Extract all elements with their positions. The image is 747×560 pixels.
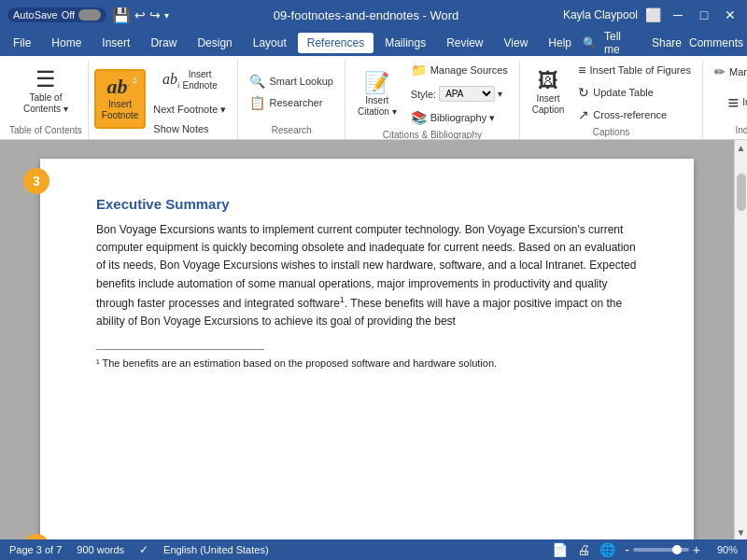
redo-icon[interactable]: ↪ [149,7,161,22]
insert-endnote-label: InsertEndnote [183,69,218,91]
maximize-button[interactable]: □ [695,6,713,24]
table-of-contents-group-label: Table of Contents [9,125,82,135]
menu-review[interactable]: Review [437,33,492,53]
insert-caption-icon: 🖼 [538,69,558,93]
table-of-contents-button[interactable]: ☰ Table ofContents ▾ [17,62,75,121]
paragraph-1: Bon Voyage Excursions wants to implement… [96,221,638,330]
cross-reference-label: Cross-reference [593,109,667,120]
view-read-icon[interactable]: 📄 [552,542,568,557]
close-button[interactable]: ✕ [721,6,740,24]
smart-lookup-icon: 🔍 [249,74,265,89]
document-title: 09-footnotes-and-endnotes - Word [274,8,459,22]
autosave-toggle-switch[interactable] [78,9,101,21]
menu-mailings[interactable]: Mailings [375,33,435,53]
menu-home[interactable]: Home [42,33,91,53]
view-web-icon[interactable]: 🌐 [599,542,615,557]
insert-footnote-button[interactable]: 3 ab1 InsertFootnote [94,69,146,129]
style-dropdown-icon[interactable]: ▾ [498,89,502,99]
table-of-contents-buttons: ☰ Table ofContents ▾ [17,60,75,123]
comments-button[interactable]: Comments [689,36,743,49]
search-icon: 🔍 [583,36,597,49]
index-icon: ≡ [728,92,740,114]
scroll-down-button[interactable]: ▼ [735,525,748,539]
citations-group-label: Citations & Bibliography [383,130,482,140]
menu-bar: File Home Insert Draw Design Layout Refe… [0,30,747,56]
index-label: Index [742,97,747,108]
scroll-up-button[interactable]: ▲ [735,140,748,155]
table-of-contents-label: Table ofContents ▾ [23,92,68,115]
scroll-track[interactable] [735,155,747,525]
bibliography-button[interactable]: 📚 Bibliography ▾ [405,107,514,128]
document-exec-title: Executive Summary [96,196,638,212]
zoom-thumb[interactable] [672,545,682,554]
share-button[interactable]: Share [652,36,682,49]
zoom-level[interactable]: 90% [710,544,738,555]
ribbon-group-footnotes: 3 ab1 InsertFootnote abi InsertEndnote N… [89,60,239,139]
vertical-scrollbar[interactable]: ▲ ▼ [734,140,747,539]
ribbon-group-index: ✏ Mark Entry ≡ Index Index [703,60,747,139]
menu-file[interactable]: File [4,33,40,53]
undo-icon[interactable]: ↩ [134,7,146,22]
menu-references[interactable]: References [298,33,374,53]
document-scroll[interactable]: 3 Executive Summary Bon Voyage Excursion… [0,140,734,539]
show-notes-button[interactable]: Show Notes [148,120,232,137]
insert-footnote-wrapper: 3 ab1 InsertFootnote [94,69,146,129]
manage-sources-button[interactable]: 📁 Manage Sources [405,60,514,80]
text-predicitions-icon: ✓ [139,543,148,556]
menu-layout[interactable]: Layout [244,33,296,53]
tell-me-label[interactable]: Tell me [604,30,637,56]
menu-draw[interactable]: Draw [141,33,186,53]
insert-endnote-button[interactable]: abi InsertEndnote [148,62,232,99]
ribbon-group-table-of-contents: ☰ Table ofContents ▾ Table of Contents [4,60,89,139]
ribbon-group-captions: 🖼 InsertCaption ≡ Insert Table of Figure… [520,60,703,139]
mark-entry-icon: ✏ [714,64,726,79]
bibliography-icon: 📚 [411,110,427,125]
menu-help[interactable]: Help [539,33,581,53]
zoom-in-button[interactable]: + [693,542,700,557]
update-table-button[interactable]: ↻ Update Table [572,82,697,103]
ribbon-group-research: 🔍 Smart Lookup 📋 Researcher Research [238,60,345,139]
word-count[interactable]: 900 words [77,544,124,555]
next-footnote-label: Next Footnote ▾ [153,104,226,116]
researcher-button[interactable]: 📋 Researcher [244,92,338,113]
zoom-slider-container[interactable]: - + [625,542,700,557]
cross-reference-icon: ↗ [578,107,589,122]
update-table-label: Update Table [593,87,654,98]
view-print-icon[interactable]: 🖨 [577,542,590,557]
style-select[interactable]: APA MLA Chicago [439,86,495,102]
smart-lookup-label: Smart Lookup [269,76,332,87]
insert-citation-button[interactable]: 📝 InsertCitation ▾ [351,64,403,124]
menu-design[interactable]: Design [188,33,241,53]
insert-citation-icon: 📝 [364,71,389,95]
zoom-out-button[interactable]: - [625,542,629,557]
menu-view[interactable]: View [495,33,538,53]
smart-lookup-button[interactable]: 🔍 Smart Lookup [244,71,338,91]
save-icon[interactable]: 💾 [112,7,131,24]
mark-entry-button[interactable]: ✏ Mark Entry [709,62,747,82]
quick-access-dropdown-icon[interactable]: ▾ [164,10,169,21]
next-footnote-button[interactable]: Next Footnote ▾ [148,101,232,119]
insert-caption-button[interactable]: 🖼 InsertCaption [526,63,571,122]
ribbon-display-icon[interactable]: ⬜ [645,7,661,22]
autosave-toggle[interactable]: AutoSave Off [7,7,106,22]
language-indicator[interactable]: English (United States) [163,544,269,555]
page-indicator[interactable]: Page 3 of 7 [9,544,62,555]
index-button[interactable]: ≡ Index [709,84,747,121]
minimize-button[interactable]: ─ [669,6,687,24]
researcher-icon: 📋 [249,95,265,110]
insert-citation-label: InsertCitation ▾ [358,95,397,118]
cross-reference-button[interactable]: ↗ Cross-reference [572,105,697,125]
research-col: 🔍 Smart Lookup 📋 Researcher [244,71,338,113]
menu-insert[interactable]: Insert [92,33,139,53]
step-4-circle: 4 [23,534,49,539]
footnote-divider [96,349,264,350]
insert-endnote-icon: abi [162,71,180,90]
table-of-contents-icon: ☰ [35,68,56,91]
show-notes-label: Show Notes [153,123,208,134]
insert-footnote-label: InsertFootnote [102,99,138,121]
insert-table-figures-button[interactable]: ≡ Insert Table of Figures [572,60,697,80]
zoom-slider[interactable] [633,548,689,552]
content-area: 3 Executive Summary Bon Voyage Excursion… [0,140,747,539]
manage-sources-icon: 📁 [411,63,427,77]
scroll-thumb[interactable] [737,174,746,211]
